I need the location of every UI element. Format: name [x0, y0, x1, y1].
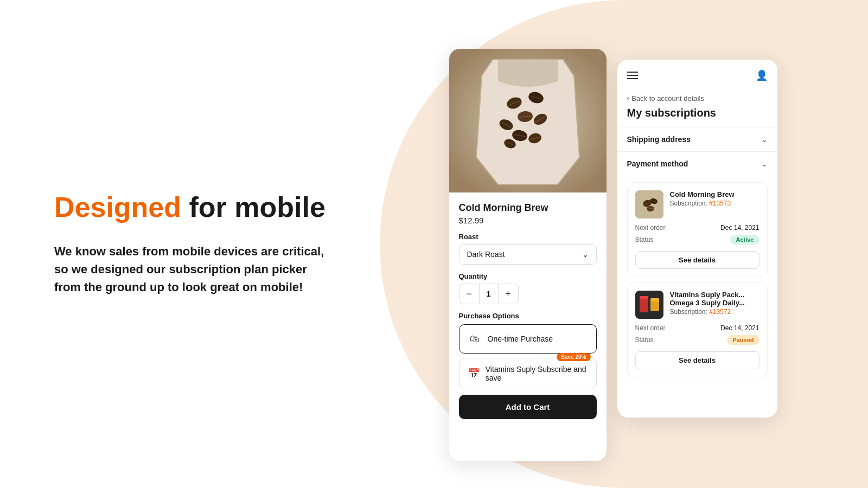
shipping-address-accordion[interactable]: Shipping address ⌄: [617, 127, 777, 151]
subscription-list: Cold Morning Brew Subscription: #13573 N…: [617, 176, 777, 377]
sub-item-1-next-order: Next order Dec 14, 2021: [635, 224, 760, 232]
user-icon[interactable]: 👤: [756, 69, 768, 81]
product-image: [449, 49, 607, 192]
sub-item-2-id-prefix: Subscription:: [670, 308, 710, 316]
page-layout: Designed for mobile We know sales from m…: [0, 0, 868, 488]
back-chevron-icon: ‹: [627, 94, 630, 102]
status-label-2: Status: [635, 336, 654, 344]
sub-item-1-id-link[interactable]: #13573: [709, 200, 731, 207]
sub-item-1-status: Status Active: [635, 235, 760, 245]
sub-item-2-name: Vitamins Suply Pack... Omega 3 Suply Dai…: [670, 291, 760, 307]
purchase-options-label: Purchase Options: [459, 312, 597, 320]
shipping-address-label: Shipping address: [627, 135, 691, 144]
back-to-account-link[interactable]: ‹ Back to account details: [617, 87, 777, 105]
next-order-value-2: Dec 14, 2021: [720, 324, 759, 332]
svg-rect-27: [640, 296, 648, 299]
product-name: Cold Morning Brew: [459, 202, 597, 214]
payment-chevron-down-icon: ⌄: [761, 159, 768, 168]
sub-item-2-info: Vitamins Suply Pack... Omega 3 Suply Dai…: [670, 291, 760, 319]
sub-item-1-name: Cold Morning Brew: [670, 190, 760, 198]
sub-coffee-svg: [635, 190, 663, 219]
quantity-section: Quantity − 1 +: [459, 272, 597, 304]
sub-item-2-status: Status Paused: [635, 335, 760, 345]
next-order-value-1: Dec 14, 2021: [720, 224, 759, 232]
subscribe-option-label: Vitamins Suply Subscribe and save: [486, 365, 589, 382]
subscriptions-header: 👤: [617, 60, 777, 87]
sub-item-2-name-line2: Omega 3 Suply Daily...: [670, 299, 745, 307]
hero-title-highlight: Designed: [54, 191, 181, 223]
right-section: Cold Morning Brew $12.99 Roast Dark Roas…: [369, 16, 868, 472]
sub-item-2-name-line1: Vitamins Suply Pack...: [670, 291, 745, 299]
subscriptions-card: 👤 ‹ Back to account details My subscript…: [617, 60, 777, 418]
sub-item-2-next-order: Next order Dec 14, 2021: [635, 324, 760, 332]
hero-title: Designed for mobile: [54, 192, 326, 223]
shopping-bag-icon: 🛍: [467, 331, 482, 346]
status-badge-2: Paused: [727, 335, 759, 345]
quantity-increase-button[interactable]: +: [499, 284, 518, 304]
back-link-label: Back to account details: [631, 94, 704, 102]
product-price: $12.99: [459, 216, 597, 225]
hamburger-menu-icon[interactable]: [627, 72, 638, 79]
see-details-button-1[interactable]: See details: [635, 251, 760, 269]
subscribe-save-option[interactable]: Save 20% 📅 Vitamins Suply Subscribe and …: [459, 358, 597, 389]
product-info: Cold Morning Brew $12.99 Roast Dark Roas…: [449, 192, 607, 389]
one-time-purchase-option[interactable]: 🛍 One-time Purchase: [459, 324, 597, 354]
hero-description: We know sales from mobile devices are cr…: [54, 242, 326, 296]
sub-item-1-id-prefix: Subscription:: [670, 200, 710, 207]
subscription-item-1: Cold Morning Brew Subscription: #13573 N…: [627, 182, 768, 277]
subscribe-calendar-icon: 📅: [467, 366, 480, 381]
see-details-button-2[interactable]: See details: [635, 351, 760, 369]
sub-item-1-info: Cold Morning Brew Subscription: #13573: [670, 190, 760, 219]
payment-method-accordion[interactable]: Payment method ⌄: [617, 151, 777, 176]
roast-chevron-icon: ⌄: [582, 250, 589, 259]
sub-item-2-header: Vitamins Suply Pack... Omega 3 Suply Dai…: [635, 291, 760, 319]
product-card: Cold Morning Brew $12.99 Roast Dark Roas…: [449, 49, 607, 461]
one-time-option-label: One-time Purchase: [488, 335, 553, 343]
sub-vitamins-svg: [635, 291, 663, 319]
hero-title-normal: for mobile: [189, 191, 326, 223]
svg-rect-25: [635, 291, 663, 319]
sub-item-1-header: Cold Morning Brew Subscription: #13573: [635, 190, 760, 219]
sub-item-2-thumbnail: [635, 291, 663, 319]
sub-item-1-id: Subscription: #13573: [670, 200, 760, 207]
sub-item-2-id: Subscription: #13572: [670, 308, 760, 316]
left-section: Designed for mobile We know sales from m…: [0, 149, 369, 339]
shipping-chevron-down-icon: ⌄: [761, 135, 768, 144]
quantity-controls: − 1 +: [459, 284, 519, 304]
next-order-label-2: Next order: [635, 324, 666, 332]
quantity-value: 1: [479, 284, 499, 304]
status-label-1: Status: [635, 236, 654, 243]
subscription-item-2: Vitamins Suply Pack... Omega 3 Suply Dai…: [627, 282, 768, 377]
coffee-bag-svg: [449, 49, 607, 192]
save-badge: Save 20%: [557, 353, 590, 361]
status-badge-1: Active: [730, 235, 759, 245]
svg-rect-29: [650, 298, 659, 301]
payment-method-label: Payment method: [627, 159, 688, 168]
next-order-label-1: Next order: [635, 224, 666, 232]
quantity-label: Quantity: [459, 272, 597, 280]
roast-select[interactable]: Dark Roast ⌄: [459, 244, 597, 265]
subscriptions-page-title: My subscriptions: [617, 105, 777, 127]
roast-value: Dark Roast: [467, 250, 505, 259]
roast-label: Roast: [459, 233, 597, 241]
sub-item-1-thumbnail: [635, 190, 663, 219]
add-to-cart-button[interactable]: Add to Cart: [459, 395, 597, 419]
sub-item-2-id-link[interactable]: #13572: [709, 308, 731, 316]
quantity-decrease-button[interactable]: −: [459, 284, 479, 304]
